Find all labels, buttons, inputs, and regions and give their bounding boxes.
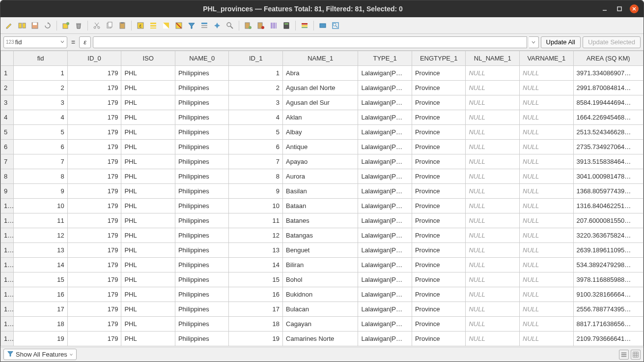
table-row[interactable]: 1111179PHLPhilippines11BatanesLalawigan|… — [1, 213, 644, 228]
delete-field-icon[interactable] — [255, 20, 267, 31]
cell-area[interactable]: 2109.793666641… — [573, 332, 643, 346]
cell-name0[interactable]: Philippines — [175, 243, 229, 258]
cell-name1[interactable]: Cagayan — [283, 317, 358, 332]
cell-type1[interactable]: Lalawigan|P… — [358, 243, 412, 258]
cell-id1[interactable]: 19 — [229, 332, 283, 346]
cell-fid[interactable]: 11 — [14, 213, 68, 228]
cell-id1[interactable]: 18 — [229, 317, 283, 332]
cell-varname[interactable]: NULL — [520, 317, 574, 332]
cell-iso[interactable]: PHL — [121, 140, 175, 154]
cell-type1[interactable]: Lalawigan|P… — [358, 228, 412, 243]
table-row[interactable]: 55179PHLPhilippines5AlbayLalawigan|P…Pro… — [1, 125, 644, 140]
cell-nlname[interactable]: NULL — [466, 199, 520, 213]
cell-engtype[interactable]: Province — [412, 184, 466, 199]
pan-to-selected-icon[interactable] — [211, 20, 223, 31]
cell-id1[interactable]: 5 — [229, 125, 283, 140]
cell-name1[interactable]: Batangas — [283, 228, 358, 243]
select-expression-icon[interactable]: ε — [135, 20, 146, 31]
column-header[interactable]: ENGTYPE_1 — [412, 51, 466, 66]
cell-name0[interactable]: Philippines — [175, 125, 229, 140]
cell-area[interactable]: 2991.870084814… — [573, 81, 643, 95]
cell-varname[interactable]: NULL — [520, 125, 574, 140]
table-row[interactable]: 88179PHLPhilippines8AuroraLalawigan|P…Pr… — [1, 169, 644, 184]
select-all-icon[interactable] — [147, 20, 159, 31]
cell-type1[interactable]: Lalawigan|P… — [358, 140, 412, 154]
cell-varname[interactable]: NULL — [520, 184, 574, 199]
cell-name0[interactable]: Philippines — [175, 228, 229, 243]
cell-name0[interactable]: Philippines — [175, 258, 229, 272]
row-number[interactable]: 2 — [1, 81, 14, 95]
row-number[interactable]: 19 — [1, 332, 14, 346]
cell-type1[interactable]: Lalawigan|P… — [358, 302, 412, 317]
cell-type1[interactable]: Lalawigan|P… — [358, 184, 412, 199]
cell-iso[interactable]: PHL — [121, 317, 175, 332]
cell-fid[interactable]: 13 — [14, 243, 68, 258]
cell-engtype[interactable]: Province — [412, 125, 466, 140]
cell-iso[interactable]: PHL — [121, 302, 175, 317]
cell-id0[interactable]: 179 — [67, 125, 121, 140]
table-row[interactable]: 66179PHLPhilippines6AntiqueLalawigan|P…P… — [1, 140, 644, 154]
dock-icon[interactable] — [330, 20, 341, 31]
field-selector[interactable]: 123 fid — [3, 36, 67, 48]
cell-nlname[interactable]: NULL — [466, 243, 520, 258]
cell-iso[interactable]: PHL — [121, 125, 175, 140]
cell-id0[interactable]: 179 — [67, 66, 121, 81]
cell-nlname[interactable]: NULL — [466, 125, 520, 140]
cell-engtype[interactable]: Province — [412, 213, 466, 228]
cell-engtype[interactable]: Province — [412, 154, 466, 169]
cell-id0[interactable]: 179 — [67, 272, 121, 287]
cell-name1[interactable]: Bohol — [283, 272, 358, 287]
table-row[interactable]: 1616179PHLPhilippines16BukidnonLalawigan… — [1, 287, 644, 302]
cell-iso[interactable]: PHL — [121, 287, 175, 302]
delete-selected-icon[interactable] — [73, 20, 84, 31]
cell-iso[interactable]: PHL — [121, 110, 175, 125]
cell-area[interactable]: 1664.226945468… — [573, 110, 643, 125]
cell-name1[interactable]: Abra — [283, 66, 358, 81]
cell-id1[interactable]: 8 — [229, 169, 283, 184]
row-number[interactable]: 17 — [1, 302, 14, 317]
cell-iso[interactable]: PHL — [121, 169, 175, 184]
conditional-formatting-icon[interactable] — [299, 20, 310, 31]
cell-fid[interactable]: 10 — [14, 199, 68, 213]
cell-nlname[interactable]: NULL — [466, 184, 520, 199]
cell-varname[interactable]: NULL — [520, 169, 574, 184]
cell-engtype[interactable]: Province — [412, 199, 466, 213]
cell-id0[interactable]: 179 — [67, 258, 121, 272]
cell-type1[interactable]: Lalawigan|P… — [358, 272, 412, 287]
cell-name1[interactable]: Aurora — [283, 169, 358, 184]
cell-nlname[interactable]: NULL — [466, 317, 520, 332]
cell-name0[interactable]: Philippines — [175, 184, 229, 199]
table-row[interactable]: 99179PHLPhilippines9BasilanLalawigan|P…P… — [1, 184, 644, 199]
cell-nlname[interactable]: NULL — [466, 154, 520, 169]
column-header[interactable]: AREA (SQ KM) — [573, 51, 643, 66]
cell-name1[interactable]: Biliran — [283, 258, 358, 272]
cell-name0[interactable]: Philippines — [175, 272, 229, 287]
maximize-button[interactable] — [615, 4, 624, 13]
cell-varname[interactable]: NULL — [520, 258, 574, 272]
row-number[interactable]: 4 — [1, 110, 14, 125]
cell-id0[interactable]: 179 — [67, 169, 121, 184]
table-row[interactable]: 22179PHLPhilippines2Agusan del NorteLala… — [1, 81, 644, 95]
cell-name1[interactable]: Bataan — [283, 199, 358, 213]
cell-area[interactable]: 2513.524346628… — [573, 125, 643, 140]
cell-varname[interactable]: NULL — [520, 243, 574, 258]
cell-name0[interactable]: Philippines — [175, 66, 229, 81]
cell-iso[interactable]: PHL — [121, 184, 175, 199]
cell-name0[interactable]: Philippines — [175, 95, 229, 110]
filter-selection-icon[interactable] — [186, 20, 197, 31]
cell-area[interactable]: 2735.734927064… — [573, 140, 643, 154]
cell-varname[interactable]: NULL — [520, 302, 574, 317]
cell-id0[interactable]: 179 — [67, 302, 121, 317]
row-number[interactable]: 10 — [1, 199, 14, 213]
cell-iso[interactable]: PHL — [121, 199, 175, 213]
cell-engtype[interactable]: Province — [412, 332, 466, 346]
cell-engtype[interactable]: Province — [412, 140, 466, 154]
cell-id0[interactable]: 179 — [67, 140, 121, 154]
cell-name1[interactable]: Camarines Norte — [283, 332, 358, 346]
organize-columns-icon[interactable] — [268, 20, 280, 31]
cell-engtype[interactable]: Province — [412, 243, 466, 258]
cell-type1[interactable]: Lalawigan|P… — [358, 213, 412, 228]
cell-id1[interactable]: 17 — [229, 302, 283, 317]
cell-iso[interactable]: PHL — [121, 213, 175, 228]
reload-icon[interactable] — [42, 20, 54, 31]
